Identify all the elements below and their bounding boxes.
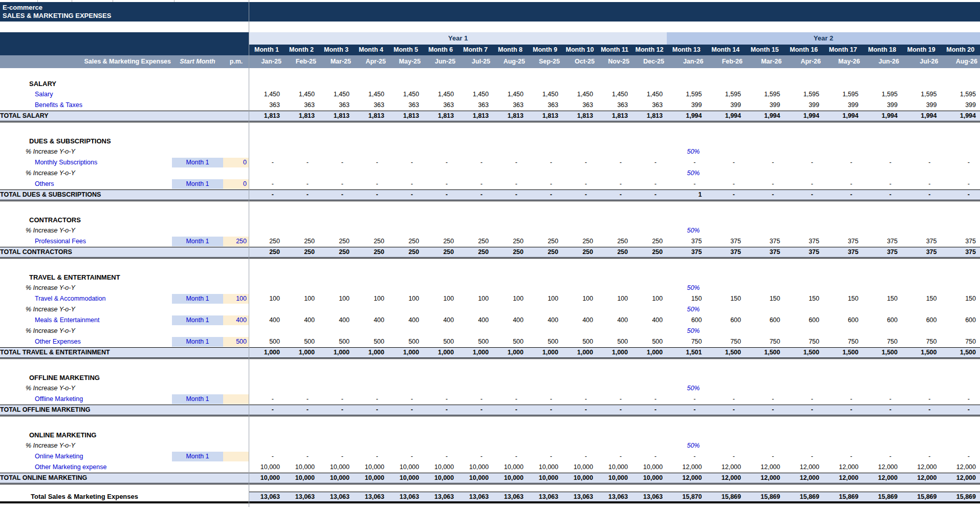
value-cell: -	[354, 179, 388, 189]
pm-value-input[interactable]	[223, 452, 249, 461]
row-values: 50%	[249, 146, 980, 157]
value-cell: 363	[528, 100, 562, 111]
value-cell: -	[562, 405, 597, 415]
value-cell: 1,813	[562, 111, 597, 121]
start-month-input[interactable]: Month 1	[172, 337, 223, 347]
value-cell	[528, 272, 562, 283]
start-month-cell-container	[172, 78, 223, 89]
date-header-cell: Mar-26	[745, 55, 785, 68]
pm-value-input[interactable]: 500	[223, 337, 249, 347]
value-cell	[562, 136, 597, 146]
freeze-pane-divider[interactable]	[249, 0, 249, 507]
year1-band: Year 1	[249, 32, 667, 45]
start-month-input[interactable]: Month 1	[172, 294, 223, 304]
row-label: Benefits & Taxes	[0, 100, 172, 111]
value-cell: -	[785, 157, 824, 168]
value-cell: 400	[562, 315, 597, 326]
pm-value-input[interactable]: 400	[223, 315, 249, 325]
value-cell: 500	[354, 336, 388, 347]
start-month-cell-container	[172, 283, 223, 293]
value-cell: -	[863, 451, 902, 462]
value-cell: -	[823, 190, 863, 200]
start-month-input[interactable]: Month 1	[172, 158, 223, 167]
value-cell	[423, 78, 458, 89]
value-cell	[632, 215, 667, 225]
sheet-title: E-commerce	[3, 4, 980, 12]
value-cell: -	[354, 451, 388, 462]
pm-value-input[interactable]: 0	[223, 158, 249, 167]
pm-cell-container	[223, 78, 249, 89]
value-cell	[597, 430, 632, 440]
value-cell: 1,450	[319, 89, 354, 100]
value-cell	[597, 78, 632, 89]
row-values: 50%	[249, 383, 980, 394]
start-month-input[interactable]: Month 1	[172, 452, 223, 461]
value-cell: -	[785, 451, 824, 462]
pm-cell-container: 100	[223, 293, 249, 304]
value-cell	[284, 440, 319, 451]
value-cell: -	[823, 405, 863, 415]
value-cell	[562, 372, 597, 383]
expense-item-row: OthersMonth 10--------------------	[0, 179, 980, 189]
value-cell: 375	[941, 247, 980, 257]
value-cell	[941, 283, 980, 293]
value-cell	[785, 146, 824, 157]
value-cell: 363	[388, 100, 423, 111]
value-cell: -	[941, 405, 980, 415]
value-cell: 399	[667, 100, 706, 111]
value-cell: 1,450	[632, 89, 667, 100]
pm-value-input[interactable]: 100	[223, 294, 249, 304]
value-cell: 10,000	[632, 473, 667, 483]
value-cell	[902, 272, 941, 283]
value-cell: 250	[493, 236, 528, 247]
date-header-cell: Feb-25	[284, 55, 319, 68]
value-cell: -	[319, 179, 354, 189]
month-header-cell: Month 20	[941, 45, 980, 55]
value-cell: 10,000	[423, 473, 458, 483]
value-cell: 50%	[667, 383, 706, 394]
value-cell: -	[284, 157, 319, 168]
start-month-input[interactable]: Month 1	[172, 237, 223, 246]
row-values: 1,0001,0001,0001,0001,0001,0001,0001,000…	[249, 348, 980, 357]
pm-value-input[interactable]: 250	[223, 237, 249, 246]
value-cell: 50%	[667, 168, 706, 179]
value-cell	[706, 304, 746, 315]
pm-value-input[interactable]	[223, 394, 249, 404]
value-cell	[493, 283, 528, 293]
value-cell	[632, 372, 667, 383]
value-cell: 1,595	[785, 89, 824, 100]
value-cell	[562, 225, 597, 236]
value-cell: 50%	[667, 283, 706, 293]
row-left-pane: Meals & EntertainmentMonth 1400	[0, 315, 249, 326]
value-cell: 250	[354, 236, 388, 247]
value-cell	[423, 372, 458, 383]
start-month-input[interactable]: Month 1	[172, 179, 223, 189]
value-cell: 375	[785, 247, 824, 257]
value-cell: -	[785, 394, 824, 405]
value-cell: 1,813	[249, 111, 284, 121]
value-cell: 13,063	[597, 492, 632, 502]
value-cell: 10,000	[562, 473, 597, 483]
row-left-pane: % Increase Y-o-Y	[0, 383, 249, 394]
value-cell: -	[423, 190, 458, 200]
value-cell: 10,000	[423, 462, 458, 473]
value-cell: 1,595	[863, 89, 902, 100]
value-cell	[632, 78, 667, 89]
value-cell	[354, 215, 388, 225]
expense-item-row: Salary1,4501,4501,4501,4501,4501,4501,45…	[0, 89, 980, 100]
row-left-pane: OFFLINE MARKETING	[0, 372, 249, 383]
value-cell: 750	[941, 336, 980, 347]
row-left-pane: Travel & AccommodationMonth 1100	[0, 293, 249, 304]
start-month-input[interactable]: Month 1	[172, 394, 223, 404]
value-cell	[388, 283, 423, 293]
value-cell: 10,000	[528, 462, 562, 473]
pm-value-input[interactable]: 0	[223, 179, 249, 189]
value-cell	[562, 383, 597, 394]
value-cell: -	[388, 179, 423, 189]
value-cell	[597, 168, 632, 179]
value-cell: 375	[823, 247, 863, 257]
start-month-input[interactable]: Month 1	[172, 315, 223, 325]
value-cell: 15,870	[667, 492, 706, 502]
value-cell: -	[354, 157, 388, 168]
value-cell	[354, 225, 388, 236]
